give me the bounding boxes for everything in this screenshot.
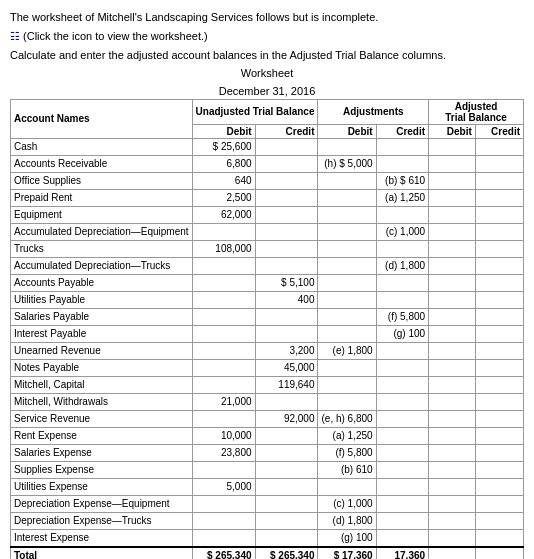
atb-credit-input[interactable] xyxy=(476,156,523,172)
atb-debit-input[interactable] xyxy=(429,309,475,325)
adj-debit xyxy=(318,376,376,393)
atb-credit-input[interactable] xyxy=(476,445,523,461)
atb-debit-input[interactable] xyxy=(429,513,475,529)
atb-debit-input[interactable] xyxy=(429,462,475,478)
atb-debit-input[interactable] xyxy=(429,360,475,376)
atb-debit-input[interactable] xyxy=(429,428,475,444)
adj-credit: (c) 1,000 xyxy=(376,223,428,240)
atb-debit-input[interactable] xyxy=(429,326,475,342)
atb-credit-cell xyxy=(475,206,523,223)
table-row: Interest Expense(g) 100 xyxy=(11,529,524,547)
atb-debit-input[interactable] xyxy=(429,190,475,206)
atb-debit-input[interactable] xyxy=(429,479,475,495)
atb-debit-input[interactable] xyxy=(429,173,475,189)
atb-credit-input[interactable] xyxy=(476,377,523,393)
adj-debit xyxy=(318,257,376,274)
atb-credit-cell xyxy=(475,223,523,240)
atb-credit-input[interactable] xyxy=(476,224,523,240)
atb-credit-input[interactable] xyxy=(476,479,523,495)
header-utb-credit: Credit xyxy=(255,124,318,138)
adj-credit xyxy=(376,240,428,257)
account-name: Supplies Expense xyxy=(11,461,193,478)
atb-credit-input[interactable] xyxy=(476,241,523,257)
utb-credit xyxy=(255,478,318,495)
atb-credit-input[interactable] xyxy=(476,530,523,546)
utb-debit xyxy=(192,223,255,240)
account-name: Notes Payable xyxy=(11,359,193,376)
account-name: Utilities Expense xyxy=(11,478,193,495)
atb-debit-input[interactable] xyxy=(429,241,475,257)
atb-credit-input[interactable] xyxy=(476,360,523,376)
worksheet-title: Worksheet xyxy=(10,67,524,79)
table-row: Rent Expense10,000(a) 1,250 xyxy=(11,427,524,444)
atb-debit-input[interactable] xyxy=(429,224,475,240)
atb-credit-cell xyxy=(475,529,523,547)
atb-credit-input[interactable] xyxy=(476,394,523,410)
total-atb-debit-input[interactable] xyxy=(429,548,475,559)
utb-credit xyxy=(255,444,318,461)
utb-debit xyxy=(192,308,255,325)
utb-credit xyxy=(255,138,318,155)
total-atb-credit-input[interactable] xyxy=(476,548,523,559)
utb-debit xyxy=(192,257,255,274)
atb-debit-input[interactable] xyxy=(429,530,475,546)
table-row: Depreciation Expense—Trucks(d) 1,800 xyxy=(11,512,524,529)
atb-credit-input[interactable] xyxy=(476,326,523,342)
atb-credit-input[interactable] xyxy=(476,513,523,529)
atb-credit-input[interactable] xyxy=(476,139,523,155)
atb-credit-input[interactable] xyxy=(476,275,523,291)
adj-debit xyxy=(318,240,376,257)
utb-debit: 23,800 xyxy=(192,444,255,461)
atb-credit-cell xyxy=(475,172,523,189)
total-adj-credit: 17,360 xyxy=(376,547,428,559)
account-name: Utilities Payable xyxy=(11,291,193,308)
atb-debit-input[interactable] xyxy=(429,445,475,461)
atb-debit-input[interactable] xyxy=(429,275,475,291)
adj-debit: (d) 1,800 xyxy=(318,512,376,529)
atb-debit-input[interactable] xyxy=(429,292,475,308)
adj-credit xyxy=(376,512,428,529)
atb-debit-input[interactable] xyxy=(429,207,475,223)
atb-credit-input[interactable] xyxy=(476,292,523,308)
atb-credit-input[interactable] xyxy=(476,309,523,325)
adj-credit: (g) 100 xyxy=(376,325,428,342)
atb-credit-input[interactable] xyxy=(476,173,523,189)
atb-credit-input[interactable] xyxy=(476,428,523,444)
table-row: Utilities Expense5,000 xyxy=(11,478,524,495)
atb-debit-input[interactable] xyxy=(429,139,475,155)
total-row: Total $ 265,340 $ 265,340 $ 17,360 17,36… xyxy=(11,547,524,559)
atb-debit-input[interactable] xyxy=(429,258,475,274)
atb-credit-input[interactable] xyxy=(476,462,523,478)
worksheet-icon[interactable]: ☷ xyxy=(10,30,20,42)
atb-debit-cell xyxy=(429,291,476,308)
atb-debit-input[interactable] xyxy=(429,156,475,172)
atb-credit-cell xyxy=(475,257,523,274)
atb-credit-input[interactable] xyxy=(476,207,523,223)
table-row: Office Supplies640(b) $ 610 xyxy=(11,172,524,189)
atb-debit-input[interactable] xyxy=(429,377,475,393)
atb-debit-cell xyxy=(429,529,476,547)
atb-credit-input[interactable] xyxy=(476,190,523,206)
adj-credit xyxy=(376,376,428,393)
atb-credit-cell xyxy=(475,410,523,427)
atb-debit-input[interactable] xyxy=(429,411,475,427)
atb-credit-input[interactable] xyxy=(476,343,523,359)
utb-credit xyxy=(255,308,318,325)
account-name: Interest Payable xyxy=(11,325,193,342)
atb-credit-cell xyxy=(475,138,523,155)
utb-debit xyxy=(192,461,255,478)
atb-debit-input[interactable] xyxy=(429,394,475,410)
utb-credit xyxy=(255,325,318,342)
utb-debit xyxy=(192,325,255,342)
adj-credit xyxy=(376,359,428,376)
table-row: Equipment62,000 xyxy=(11,206,524,223)
atb-debit-input[interactable] xyxy=(429,496,475,512)
atb-credit-cell xyxy=(475,240,523,257)
atb-credit-input[interactable] xyxy=(476,496,523,512)
utb-debit: 10,000 xyxy=(192,427,255,444)
atb-credit-input[interactable] xyxy=(476,411,523,427)
atb-debit-input[interactable] xyxy=(429,343,475,359)
utb-debit xyxy=(192,274,255,291)
atb-debit-cell xyxy=(429,240,476,257)
atb-credit-input[interactable] xyxy=(476,258,523,274)
